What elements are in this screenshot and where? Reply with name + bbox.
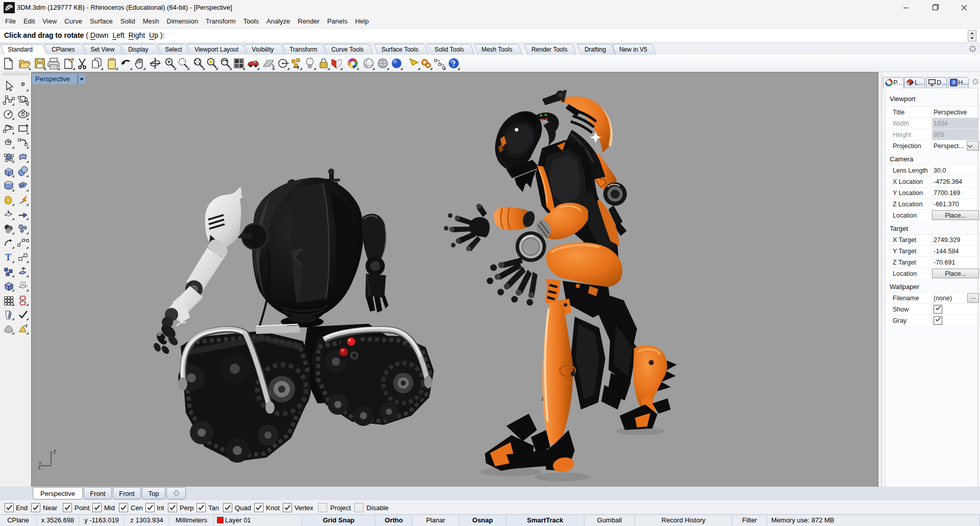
svg-text:T: T	[5, 252, 11, 262]
svg-text:x: x	[38, 464, 41, 470]
svg-text:?: ?	[952, 80, 955, 85]
svg-text:z: z	[53, 447, 57, 455]
svg-text:?: ?	[452, 59, 456, 68]
